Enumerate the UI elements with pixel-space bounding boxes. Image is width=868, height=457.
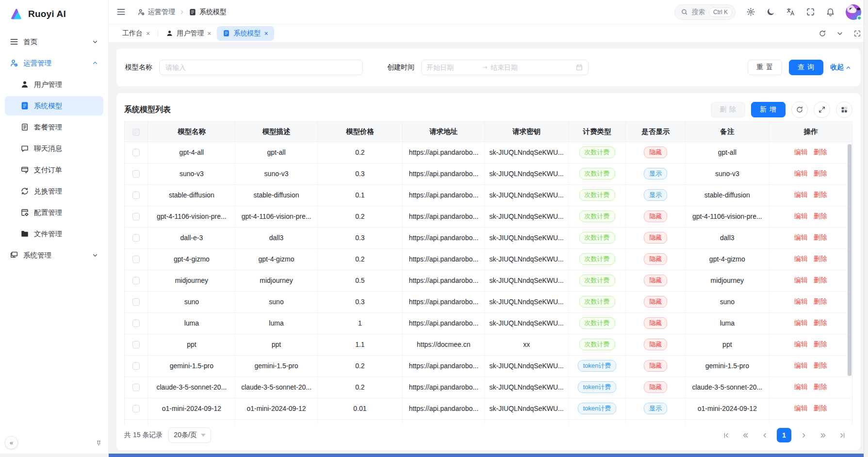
prev-page-button[interactable]: [757, 428, 772, 442]
settings-gear-icon[interactable]: [746, 7, 755, 16]
horizontal-scrollbar[interactable]: [109, 454, 864, 457]
pin-icon[interactable]: [95, 439, 102, 446]
translate-icon[interactable]: [786, 7, 795, 16]
edit-link[interactable]: 编辑: [794, 404, 808, 412]
table-refresh-button[interactable]: [791, 101, 808, 118]
tab-系统模型[interactable]: 系统模型×: [217, 26, 274, 41]
edit-link[interactable]: 编辑: [794, 191, 808, 198]
table-expand-button[interactable]: [814, 101, 830, 118]
tab-close-icon[interactable]: ×: [146, 30, 150, 37]
notifications-bell-icon[interactable]: [826, 7, 835, 16]
row-delete-link[interactable]: 删除: [814, 255, 827, 262]
model-desc-cell: stable-diffusion: [254, 191, 299, 199]
row-delete-link[interactable]: 删除: [814, 361, 827, 369]
row-checkbox[interactable]: [132, 277, 140, 284]
add-button[interactable]: 新 增: [751, 102, 786, 117]
prev-group-button[interactable]: [738, 428, 753, 442]
content-fullscreen-icon[interactable]: [853, 30, 861, 37]
edit-link[interactable]: 编辑: [794, 340, 808, 348]
pg-last-icon: [839, 432, 846, 439]
user-avatar[interactable]: [846, 4, 861, 20]
current-page-button[interactable]: 1: [777, 428, 791, 442]
edit-link[interactable]: 编辑: [794, 361, 808, 369]
last-page-button[interactable]: [835, 428, 850, 442]
sidebar-item-config-management[interactable]: 配置管理: [5, 203, 103, 222]
edit-link[interactable]: 编辑: [794, 212, 808, 220]
select-all-checkbox[interactable]: [132, 129, 140, 136]
global-search[interactable]: 搜索 Ctrl K: [674, 4, 736, 20]
sidebar-item-payment-orders[interactable]: 支付订单: [5, 160, 103, 180]
sidebar-item-redeem-management[interactable]: 兑换管理: [5, 181, 103, 201]
page-size-select[interactable]: 20条/页: [168, 427, 211, 443]
row-delete-link[interactable]: 删除: [814, 191, 827, 198]
row-delete-link[interactable]: 删除: [814, 212, 827, 220]
edit-link[interactable]: 编辑: [794, 233, 808, 241]
sidebar-toggle-icon[interactable]: [116, 7, 126, 16]
delete-button[interactable]: 删 除: [711, 102, 745, 117]
row-checkbox[interactable]: [132, 362, 140, 370]
row-delete-link[interactable]: 删除: [814, 340, 827, 348]
edit-link[interactable]: 编辑: [794, 276, 808, 284]
row-checkbox[interactable]: [132, 384, 140, 391]
row-checkbox[interactable]: [132, 320, 140, 327]
table-scrollbar-thumb[interactable]: [848, 144, 852, 376]
sidebar-nav: 首页运营管理用户管理系统模型套餐管理聊天消息支付订单兑换管理配置管理文件管理系统…: [0, 26, 108, 434]
row-checkbox[interactable]: [132, 298, 140, 306]
edit-link[interactable]: 编辑: [794, 255, 808, 262]
row-delete-link[interactable]: 删除: [814, 404, 827, 412]
next-group-button[interactable]: [816, 428, 830, 442]
sidebar-item-operations[interactable]: 运营管理: [5, 53, 103, 73]
row-delete-link[interactable]: 删除: [814, 169, 827, 177]
sidebar-item-home[interactable]: 首页: [5, 32, 103, 51]
reset-button[interactable]: 重 置: [748, 60, 782, 75]
model-name-input[interactable]: [159, 60, 363, 75]
edit-link[interactable]: 编辑: [794, 148, 808, 156]
sidebar-item-user-management[interactable]: 用户管理: [5, 75, 103, 94]
refresh-page-icon[interactable]: [819, 30, 826, 37]
tab-close-icon[interactable]: ×: [264, 30, 268, 37]
row-checkbox[interactable]: [132, 405, 140, 412]
row-checkbox[interactable]: [132, 256, 140, 263]
row-delete-link[interactable]: 删除: [814, 319, 827, 326]
next-page-button[interactable]: [796, 428, 811, 442]
date-range-picker[interactable]: [421, 60, 589, 75]
sidebar-item-file-management[interactable]: 文件管理: [5, 224, 103, 244]
tab-工作台[interactable]: 工作台×: [116, 26, 156, 41]
row-checkbox[interactable]: [132, 170, 140, 178]
edit-link[interactable]: 编辑: [794, 383, 808, 391]
row-delete-link[interactable]: 删除: [814, 297, 827, 305]
breadcrumb-item[interactable]: 运营管理: [137, 8, 175, 16]
edit-link[interactable]: 编辑: [794, 297, 808, 305]
sidebar-collapse-button[interactable]: «: [5, 436, 18, 449]
model-name-cell: gpt-4-1106-vision-pre...: [157, 212, 227, 220]
query-button[interactable]: 查 询: [789, 60, 823, 75]
fullscreen-icon[interactable]: [806, 7, 815, 16]
row-delete-link[interactable]: 删除: [814, 383, 827, 391]
edit-link[interactable]: 编辑: [794, 169, 808, 177]
tab-用户管理[interactable]: 用户管理×: [160, 26, 217, 41]
sidebar-item-chat-messages[interactable]: 聊天消息: [5, 139, 103, 158]
edit-link[interactable]: 编辑: [794, 319, 808, 326]
dark-mode-moon-icon[interactable]: [766, 7, 775, 16]
row-delete-link[interactable]: 删除: [814, 233, 827, 241]
row-checkbox[interactable]: [132, 341, 140, 348]
end-date-input[interactable]: [491, 64, 544, 71]
sidebar-item-package-management[interactable]: 套餐管理: [5, 117, 103, 137]
start-date-input[interactable]: [426, 64, 480, 71]
row-checkbox[interactable]: [132, 234, 140, 242]
row-delete-link[interactable]: 删除: [814, 276, 827, 284]
sidebar-item-system-model[interactable]: 系统模型: [5, 96, 103, 115]
row-checkbox[interactable]: [132, 149, 140, 156]
collapse-filter-link[interactable]: 收起: [830, 63, 852, 72]
row-checkbox[interactable]: [132, 192, 140, 199]
table-columns-button[interactable]: [836, 101, 852, 118]
brand-logo[interactable]: Ruoyi AI: [0, 0, 108, 26]
breadcrumb-item[interactable]: 系统模型: [189, 8, 227, 16]
first-page-button[interactable]: [719, 428, 733, 442]
tab-close-icon[interactable]: ×: [207, 30, 211, 37]
row-delete-link[interactable]: 删除: [814, 148, 827, 156]
page-scrollbar-track[interactable]: [864, 0, 868, 457]
row-checkbox[interactable]: [132, 213, 140, 220]
tabs-dropdown-chevron-icon[interactable]: [836, 30, 844, 37]
sidebar-item-system-management[interactable]: 系统管理: [5, 245, 103, 265]
